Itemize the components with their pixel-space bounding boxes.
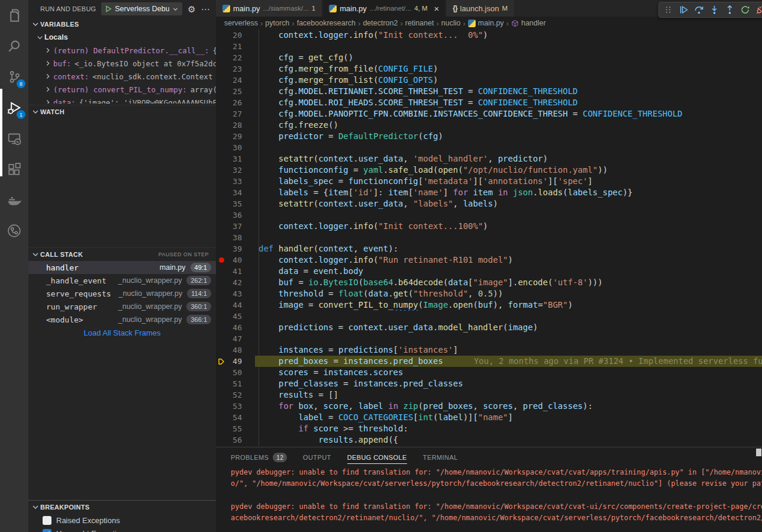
step-into-button[interactable] <box>707 3 721 17</box>
editor-tab[interactable]: main.py.../siammask/...1 <box>216 0 322 17</box>
activity-remote-explorer[interactable] <box>0 123 28 154</box>
activity-search[interactable] <box>0 31 28 62</box>
step-over-button[interactable] <box>692 3 706 17</box>
stack-frame-row[interactable]: handlermain.py49:1 <box>28 261 216 274</box>
restart-button[interactable] <box>738 3 752 17</box>
continue-button[interactable] <box>676 3 690 17</box>
variables-section-header[interactable]: VARIABLES <box>28 18 216 31</box>
watch-section-header[interactable]: WATCH <box>28 105 216 118</box>
breakpoint-gutter[interactable] <box>216 389 227 401</box>
variable-row[interactable]: (return) convert_PIL_to_numpy:array([[[ … <box>28 83 216 96</box>
code-token <box>259 188 279 197</box>
breakpoint-gutter[interactable] <box>216 367 227 378</box>
breakpoint-gutter[interactable] <box>216 266 227 277</box>
code-token: item <box>328 188 348 197</box>
breakpoint-gutter[interactable] <box>216 401 227 412</box>
gear-icon[interactable]: ⚙ <box>188 5 195 14</box>
panel-tab-label: PROBLEMS <box>231 454 269 461</box>
variable-row[interactable]: (return) DefaultPredictor.__call__:{'ins… <box>28 44 216 57</box>
launch-config-dropdown[interactable]: Serverless Debu <box>101 2 182 15</box>
breakpoint-gutter[interactable] <box>216 434 227 446</box>
panel-tab-terminal[interactable]: TERMINAL <box>423 447 458 467</box>
breakpoint-gutter[interactable] <box>216 277 227 288</box>
breakpoint-gutter[interactable] <box>216 142 227 153</box>
stack-frame-row[interactable]: run_wrapper_nuclio_wrapper.py360:1 <box>28 300 216 313</box>
breakpoint-gutter[interactable] <box>216 378 227 389</box>
editor-tab[interactable]: main.py.../retinanet/...4, M× <box>322 0 446 17</box>
breakpoint-gutter[interactable] <box>216 299 227 311</box>
editor-tab[interactable]: {}launch.jsonM <box>446 0 515 17</box>
breakpoint-gutter[interactable] <box>216 311 227 322</box>
breakpoint-gutter[interactable] <box>216 333 227 344</box>
breadcrumb-item[interactable]: handler <box>511 19 546 27</box>
more-actions-icon[interactable]: ⋯ <box>201 5 210 14</box>
variable-row[interactable]: context:<nuclio_sdk.context.Context obje… <box>28 70 216 83</box>
breakpoint-gutter[interactable] <box>216 176 227 187</box>
breakpoint-gutter[interactable] <box>216 30 227 41</box>
breakpoint-gutter[interactable] <box>216 322 227 333</box>
breakpoint-gutter[interactable] <box>216 232 227 243</box>
breakpoint-gutter[interactable] <box>216 63 227 75</box>
breakpoint-gutter[interactable] <box>216 243 227 254</box>
breakpoint-gutter[interactable] <box>216 120 227 131</box>
breakpoint-gutter[interactable] <box>216 131 227 142</box>
activity-git-graph[interactable] <box>0 215 28 246</box>
breakpoint-gutter[interactable] <box>216 165 227 176</box>
breakpoint-gutter[interactable] <box>216 153 227 165</box>
variables-scope-locals[interactable]: Locals <box>28 31 216 44</box>
stack-frame-row[interactable]: serve_requests_nuclio_wrapper.py114:1 <box>28 287 216 300</box>
panel-tab-output[interactable]: OUTPUT <box>303 447 331 467</box>
breadcrumb-item[interactable]: main.py <box>468 19 504 27</box>
breakpoint-gutter[interactable] <box>216 209 227 221</box>
activity-extensions[interactable] <box>0 154 28 185</box>
load-all-stack-frames-link[interactable]: Load All Stack Frames <box>28 326 216 339</box>
activity-docker[interactable] <box>0 185 28 215</box>
panel-scrollbar-thumb[interactable] <box>756 449 761 456</box>
variable-row[interactable]: buf:<_io.BytesIO object at 0x7f5a2dc1ecc… <box>28 57 216 70</box>
breakpoint-gutter[interactable] <box>216 86 227 97</box>
panel-tab-debug-console[interactable]: DEBUG CONSOLE <box>347 447 407 467</box>
breakpoint-gutter[interactable] <box>216 423 227 434</box>
breadcrumb-item[interactable]: facebookresearch <box>297 19 356 27</box>
breadcrumb-item[interactable]: pytorch <box>265 19 289 27</box>
python-icon <box>222 5 230 12</box>
breakpoint-gutter[interactable] <box>216 412 227 423</box>
breakpoint-checkbox[interactable] <box>43 516 51 525</box>
breakpoint-gutter[interactable] <box>216 108 227 120</box>
activity-source-control[interactable]: 8 <box>0 62 28 92</box>
activity-files[interactable] <box>0 0 28 31</box>
variable-row[interactable]: data:{'image': 'iVBORw0KGgoAAAANSUhE… <box>28 96 216 104</box>
breakpoints-section-header[interactable]: BREAKPOINTS <box>28 501 216 514</box>
breadcrumb-item[interactable]: nuclio <box>441 19 461 27</box>
breakpoint-gutter[interactable] <box>216 97 227 108</box>
breakpoint-gutter[interactable] <box>216 52 227 63</box>
breadcrumb-item[interactable]: serverless <box>224 19 258 27</box>
code-token: = <box>293 53 308 62</box>
breakpoint-label: Raised Exceptions <box>56 516 120 525</box>
code-token: instances <box>279 345 324 354</box>
breadcrumb-item[interactable]: detectron2 <box>363 19 398 27</box>
disconnect-button[interactable] <box>753 3 762 17</box>
close-icon[interactable]: × <box>434 4 440 13</box>
breakpoint-checkbox[interactable] <box>43 529 51 532</box>
activity-debug[interactable]: 1 <box>0 92 28 123</box>
breakpoint-gutter[interactable] <box>216 187 227 198</box>
breadcrumb-separator: › <box>292 19 294 28</box>
breakpoint-gutter[interactable] <box>216 75 227 86</box>
breakpoint-gutter[interactable] <box>216 221 227 232</box>
step-out-button[interactable] <box>722 3 737 17</box>
code-editor[interactable]: 20 context.logger.info("Init context... … <box>216 30 762 447</box>
code-token: ) <box>493 199 498 208</box>
breakpoint-gutter[interactable] <box>216 356 227 367</box>
breakpoint-gutter[interactable] <box>216 41 227 52</box>
breakpoint-gutter[interactable] <box>216 198 227 209</box>
stack-frame-row[interactable]: <module>_nuclio_wrapper.py366:1 <box>28 313 216 326</box>
breadcrumb-item[interactable]: retinanet <box>405 19 434 27</box>
stack-frame-row[interactable]: _handle_event_nuclio_wrapper.py262:1 <box>28 274 216 287</box>
breakpoint-gutter[interactable] <box>216 288 227 299</box>
call-stack-section-header[interactable]: CALL STACK PAUSED ON STEP <box>28 248 216 261</box>
code-token <box>259 255 279 265</box>
breakpoint-gutter[interactable] <box>216 344 227 356</box>
breakpoint-gutter[interactable] <box>216 254 227 266</box>
panel-tab-problems[interactable]: PROBLEMS12 <box>231 447 287 467</box>
